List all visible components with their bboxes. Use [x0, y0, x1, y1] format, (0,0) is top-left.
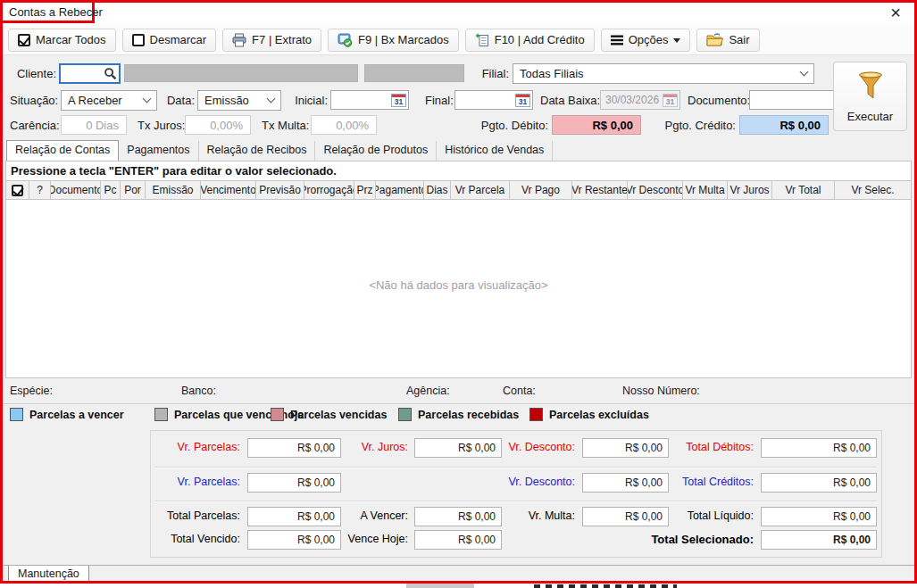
pgto-credito-field[interactable]: R$ 0,00 — [739, 115, 829, 135]
vr-parcelas-debito-label: Vr. Parcelas: — [151, 441, 240, 453]
vr-desconto-debito-label: Vr. Desconto: — [459, 441, 575, 453]
column-header-por[interactable]: Por — [121, 181, 146, 199]
nosso-numero-label: Nosso Número: — [622, 385, 700, 397]
especie-label: Espécie: — [10, 385, 53, 397]
column-header-prorrogacao[interactable]: Prorrogação — [304, 181, 354, 199]
executar-button[interactable]: Executar — [833, 62, 907, 131]
calendar-icon[interactable]: 31 — [515, 94, 530, 107]
marcar-todos-button[interactable]: Marcar Todos — [8, 29, 116, 52]
totals-row-geral-2: Total Vencido: R$ 0,00 Vence Hoje: R$ 0,… — [151, 530, 881, 550]
tab-manutencao[interactable]: Manutenção — [8, 566, 89, 584]
vence-hoje-field: R$ 0,00 — [414, 530, 502, 550]
total-selecionado-label: Total Selecionado: — [606, 533, 754, 546]
column-header-vr-multa[interactable]: Vr Multa — [683, 181, 728, 199]
legend-label: Parcelas excluídas — [549, 409, 649, 421]
funnel-icon — [857, 71, 884, 102]
legend-item: Parcelas excluídas — [529, 408, 649, 421]
totals-panel: Vr. Parcelas: R$ 0,00 Vr. Juros: R$ 0,00… — [150, 430, 882, 558]
pgto-debito-label: Pgto. Débito: — [480, 119, 548, 132]
legend-label: Parcelas recebidas — [418, 409, 519, 421]
column-header-emissao[interactable]: Emissão — [146, 181, 201, 199]
marcar-todos-label: Marcar Todos — [36, 33, 106, 46]
tab-historico-de-vendas[interactable]: Histórico de Vendas — [437, 141, 553, 161]
filial-select[interactable]: Todas Filiais — [513, 63, 814, 84]
gray-swatch-icon — [154, 408, 168, 421]
cliente-nome-field-disabled — [124, 64, 358, 82]
extrato-button[interactable]: F7 | Extrato — [222, 29, 321, 52]
tab-relacao-de-produtos[interactable]: Relação de Produtos — [315, 141, 437, 161]
situacao-select[interactable]: A Receber — [61, 90, 157, 111]
totals-row-geral-1: Total Parcelas: R$ 0,00 A Vencer: R$ 0,0… — [151, 507, 881, 526]
documento-input[interactable] — [750, 91, 841, 109]
darkred-swatch-icon — [529, 408, 543, 421]
column-header-vr-juros[interactable]: Vr Juros — [728, 181, 772, 199]
desmarcar-button[interactable]: Desmarcar — [122, 29, 217, 52]
total-creditos-label: Total Créditos: — [606, 476, 754, 488]
close-icon[interactable]: × — [886, 4, 905, 23]
final-input[interactable] — [457, 91, 515, 109]
enter-hint-text: Pressione a tecla "ENTER" para editar o … — [6, 161, 911, 180]
inicial-input[interactable] — [333, 91, 391, 109]
column-header-previsao[interactable]: Previsão — [256, 181, 304, 199]
checked-checkbox-icon — [12, 185, 23, 196]
column-header-vr-desconto[interactable]: Vr Desconto — [628, 181, 683, 199]
opcoes-button[interactable]: Opções — [601, 29, 691, 52]
data-select[interactable]: Emissão — [197, 90, 281, 111]
pgto-debito-field[interactable]: R$ 0,00 — [552, 115, 641, 135]
column-header-prz[interactable]: Prz — [354, 181, 376, 199]
select-all-header[interactable] — [6, 181, 29, 199]
documento-box — [749, 90, 842, 110]
rose-swatch-icon — [271, 408, 284, 421]
total-vencido-label: Total Vencido: — [151, 533, 240, 545]
chevron-down-icon — [267, 94, 276, 103]
data-value: Emissão — [204, 94, 249, 107]
banking-details-row: Espécie: Banco: Agência: Conta: Nosso Nú… — [3, 381, 914, 402]
tab-pagamentos[interactable]: Pagamentos — [119, 141, 198, 161]
carencia-label: Carência: — [10, 119, 58, 132]
column-header-vr-restante[interactable]: Vr Restante — [572, 181, 628, 199]
vence-hoje-label: Vence Hoje: — [301, 533, 408, 545]
filter-row-1: Cliente: Filial: Todas Filiais — [10, 62, 814, 84]
add-credito-button[interactable]: F10 | Add Crédito — [465, 29, 595, 52]
exit-folder-icon — [706, 33, 723, 46]
column-header-dias[interactable]: Dias — [424, 181, 451, 199]
column-header-vr-pago[interactable]: Vr Pago — [510, 181, 572, 199]
column-header-pagamento[interactable]: Pagamento — [376, 181, 424, 199]
contas-a-receber-window: Contas a Rebecer × Marcar Todos Desmarca… — [0, 0, 917, 584]
sair-button[interactable]: Sair — [696, 29, 759, 52]
tx-juros-label: Tx Juros: — [138, 119, 182, 132]
column-header-vencimento[interactable]: Vencimento — [201, 181, 256, 199]
add-list-icon — [475, 33, 489, 47]
tx-multa-label: Tx Multa: — [262, 119, 308, 132]
dropdown-arrow-icon — [673, 38, 680, 46]
extrato-label: F7 | Extrato — [252, 33, 312, 46]
column-header-pc[interactable]: Pc — [101, 181, 121, 199]
column-header-vr-total[interactable]: Vr Total — [772, 181, 835, 199]
column-header-status[interactable]: ? — [29, 181, 51, 199]
column-header-documento[interactable]: Documento — [51, 181, 101, 199]
calendar-icon[interactable]: 31 — [391, 94, 406, 107]
cliente-extra-field-disabled — [364, 64, 464, 82]
carencia-field-disabled: 0 Dias — [61, 115, 127, 135]
vr-multa-label: Vr. Multa: — [459, 509, 575, 522]
tab-relacao-de-recibos[interactable]: Relação de Recibos — [199, 141, 316, 161]
clipped-text-fragment — [534, 584, 677, 588]
data-baixa-label: Data Baixa: — [540, 94, 597, 107]
situacao-label: Situação: — [10, 94, 58, 107]
total-liquido-label: Total Líquido: — [606, 509, 754, 522]
title-bar: Contas a Rebecer × — [3, 3, 914, 25]
column-header-vr-selec[interactable]: Vr Selec. — [835, 181, 911, 199]
vr-parcelas-credito-field: R$ 0,00 — [247, 473, 341, 493]
checked-checkbox-icon — [18, 34, 30, 46]
tab-relacao-de-contas[interactable]: Relação de Contas — [6, 140, 119, 161]
opcoes-label: Opções — [629, 33, 669, 46]
legend-item: Parcelas vencidas — [271, 408, 387, 421]
column-header-vr-parcela[interactable]: Vr Parcela — [451, 181, 510, 199]
screen: Contas a Rebecer × Marcar Todos Desmarca… — [0, 0, 917, 588]
desmarcar-label: Desmarcar — [150, 33, 207, 46]
filial-value: Todas Filiais — [520, 67, 584, 80]
bx-marcados-button[interactable]: F9 | Bx Marcados — [328, 29, 459, 52]
search-icon[interactable] — [104, 67, 117, 80]
cliente-input[interactable] — [63, 65, 104, 82]
baixa-check-icon — [338, 33, 353, 47]
